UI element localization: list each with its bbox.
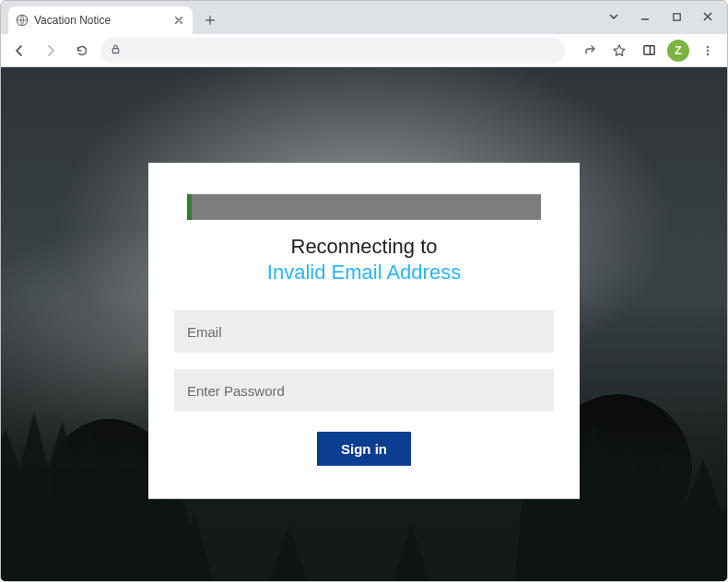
minimize-button[interactable] xyxy=(629,5,661,29)
maximize-button[interactable] xyxy=(661,5,692,29)
globe-icon xyxy=(16,14,29,27)
login-subheading: Invalid Email Address xyxy=(174,261,554,285)
password-field[interactable] xyxy=(174,369,554,412)
signin-button[interactable]: Sign in xyxy=(317,432,411,466)
window-controls xyxy=(598,5,723,29)
reload-button[interactable] xyxy=(69,38,95,64)
window-close-button[interactable] xyxy=(692,5,723,29)
tab-strip: Vacation Notice xyxy=(1,1,727,34)
svg-rect-3 xyxy=(643,46,653,54)
new-tab-button[interactable] xyxy=(198,8,222,32)
chevron-down-icon[interactable] xyxy=(598,5,629,29)
svg-point-6 xyxy=(707,52,709,54)
share-icon[interactable] xyxy=(576,38,604,64)
forward-button[interactable] xyxy=(38,38,64,64)
email-field[interactable] xyxy=(174,310,554,353)
close-icon[interactable] xyxy=(172,14,185,27)
browser-window: Vacation Notice Z xyxy=(0,0,728,582)
svg-point-5 xyxy=(707,49,709,51)
lock-icon xyxy=(110,42,122,59)
svg-point-4 xyxy=(707,45,709,47)
banner-area xyxy=(174,189,554,233)
profile-avatar[interactable]: Z xyxy=(664,38,692,64)
avatar-letter: Z xyxy=(667,40,689,62)
star-icon[interactable] xyxy=(605,38,633,64)
back-button[interactable] xyxy=(6,38,32,64)
menu-button[interactable] xyxy=(694,38,722,64)
address-bar[interactable] xyxy=(100,38,565,64)
svg-rect-1 xyxy=(673,13,679,19)
tab-title: Vacation Notice xyxy=(34,14,167,27)
page-viewport: Reconnecting to Invalid Email Address Si… xyxy=(1,67,727,581)
tab-active[interactable]: Vacation Notice xyxy=(8,6,193,34)
progress-banner xyxy=(187,194,541,220)
svg-rect-2 xyxy=(112,48,119,52)
toolbar-right: Z xyxy=(576,38,722,64)
panel-icon[interactable] xyxy=(635,38,663,64)
login-heading: Reconnecting to xyxy=(174,235,554,259)
login-card: Reconnecting to Invalid Email Address Si… xyxy=(148,163,580,499)
toolbar: Z xyxy=(1,34,727,67)
url-input[interactable] xyxy=(129,43,556,57)
